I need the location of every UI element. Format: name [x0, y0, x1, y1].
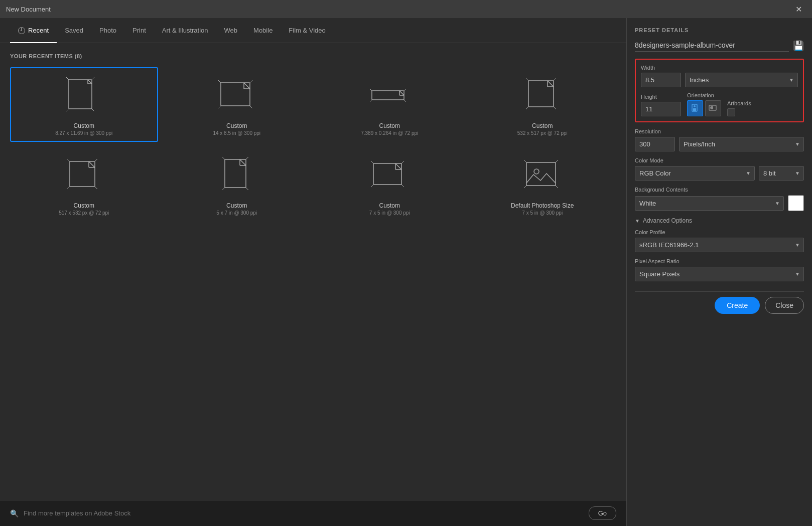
- tab-film-label: Film & Video: [289, 27, 325, 34]
- close-button[interactable]: Close: [765, 297, 804, 314]
- color-mode-row: RGB Color CMYK Color Grayscale ▼ 8 bit 1…: [635, 166, 804, 181]
- portrait-icon: [691, 104, 700, 113]
- unit-select[interactable]: Inches Pixels Centimeters Millimeters: [685, 73, 798, 87]
- preset-icon-3: [520, 73, 565, 118]
- preset-name-input[interactable]: [635, 39, 789, 52]
- window-close-button[interactable]: ✕: [791, 3, 806, 16]
- bg-contents-field: Background Contents White Background Col…: [635, 187, 804, 211]
- tab-recent[interactable]: Recent: [10, 18, 57, 43]
- color-profile-field: Color Profile sRGB IEC61966-2.1 Adobe RG…: [635, 229, 804, 252]
- preset-icon-5: [214, 153, 259, 198]
- tab-art-label: Art & Illustration: [162, 27, 208, 34]
- svg-line-9: [218, 80, 221, 83]
- preset-item[interactable]: Custom 8.27 x 11.69 in @ 300 ppi: [10, 67, 158, 142]
- preset-name-4: Custom: [74, 202, 94, 209]
- svg-line-26: [554, 78, 556, 81]
- tab-photo-label: Photo: [99, 27, 116, 34]
- preset-size-5: 5 x 7 in @ 300 ppi: [216, 210, 257, 216]
- svg-line-17: [370, 89, 372, 91]
- svg-line-53: [395, 163, 401, 169]
- advanced-options-toggle[interactable]: ▼ Advanced Options: [635, 217, 804, 224]
- save-preset-icon[interactable]: 💾: [793, 40, 804, 51]
- tab-print-label: Print: [132, 27, 146, 34]
- svg-line-33: [67, 159, 70, 161]
- bit-depth-wrapper: 8 bit 16 bit 32 bit ▼: [759, 166, 804, 181]
- tab-art[interactable]: Art & Illustration: [154, 18, 216, 43]
- resolution-input[interactable]: [635, 137, 675, 151]
- preset-details-title: PRESET DETAILS: [635, 27, 804, 33]
- svg-line-3: [66, 109, 69, 111]
- color-mode-select[interactable]: RGB Color CMYK Color Grayscale: [635, 166, 755, 181]
- svg-line-36: [95, 187, 97, 189]
- preset-icon-6: [367, 153, 412, 198]
- svg-line-21: [399, 91, 404, 95]
- create-button[interactable]: Create: [715, 297, 760, 314]
- resolution-unit-select[interactable]: Pixels/Inch Pixels/Centimeter: [679, 137, 804, 151]
- preset-item[interactable]: Custom 532 x 517 px @ 72 ppi: [469, 67, 617, 142]
- tab-saved[interactable]: Saved: [57, 18, 91, 43]
- height-group: Height: [641, 94, 681, 116]
- presets-grid: Custom 8.27 x 11.69 in @ 300 ppi: [10, 67, 616, 222]
- svg-line-11: [218, 106, 221, 108]
- bg-contents-label: Background Contents: [635, 187, 804, 193]
- svg-rect-8: [221, 83, 250, 106]
- tab-saved-label: Saved: [65, 27, 83, 34]
- tab-web[interactable]: Web: [216, 18, 246, 43]
- tab-photo[interactable]: Photo: [91, 18, 124, 43]
- tab-mobile[interactable]: Mobile: [245, 18, 281, 43]
- width-input[interactable]: [641, 73, 681, 87]
- bg-contents-wrapper: White Background Color Transparent Custo…: [635, 196, 784, 211]
- color-swatch[interactable]: [788, 195, 804, 211]
- artboards-checkbox[interactable]: [727, 108, 735, 116]
- pixel-aspect-select[interactable]: Square Pixels D1/DV NTSC (0.91) D1/DV PA…: [635, 267, 804, 281]
- go-button[interactable]: Go: [589, 506, 616, 520]
- svg-line-44: [246, 188, 248, 190]
- unit-group: Inches Pixels Centimeters Millimeters ▼: [685, 71, 798, 87]
- preset-item[interactable]: Custom 7.389 x 0.264 in @ 72 ppi: [316, 67, 464, 142]
- preset-item[interactable]: Default Photoshop Size 7 x 5 in @ 300 pp…: [469, 147, 617, 222]
- svg-line-52: [401, 185, 404, 187]
- chevron-down-icon: ▼: [635, 218, 640, 224]
- height-input[interactable]: [641, 102, 681, 116]
- search-input[interactable]: [24, 509, 584, 517]
- bit-depth-select[interactable]: 8 bit 16 bit 32 bit: [759, 166, 804, 181]
- tab-film[interactable]: Film & Video: [281, 18, 333, 43]
- bg-contents-row: White Background Color Transparent Custo…: [635, 195, 804, 211]
- bg-contents-select[interactable]: White Background Color Transparent Custo…: [635, 196, 784, 211]
- pixel-aspect-wrapper: Square Pixels D1/DV NTSC (0.91) D1/DV PA…: [635, 267, 804, 281]
- bottom-buttons: Create Close: [635, 291, 804, 314]
- preset-item[interactable]: Custom 14 x 8.5 in @ 300 ppi: [163, 67, 311, 142]
- advanced-options-label: Advanced Options: [643, 217, 692, 224]
- svg-line-58: [556, 160, 558, 162]
- height-orient-row: Height Orientation: [641, 92, 798, 116]
- tab-mobile-label: Mobile: [253, 27, 273, 34]
- preset-item[interactable]: Custom 517 x 532 px @ 72 ppi: [10, 147, 158, 222]
- preset-name-6: Custom: [379, 202, 400, 209]
- svg-line-50: [401, 161, 404, 163]
- orientation-buttons: [687, 100, 721, 116]
- color-mode-label: Color Mode: [635, 157, 804, 163]
- artboards-label: Artboards: [727, 100, 751, 106]
- preset-icon-2: [367, 73, 412, 118]
- svg-line-35: [67, 187, 70, 189]
- svg-rect-32: [70, 161, 95, 187]
- svg-line-34: [95, 159, 97, 161]
- svg-line-41: [222, 157, 225, 159]
- svg-line-20: [404, 100, 406, 102]
- left-panel: Recent Saved Photo Print Art & Illustrat…: [0, 18, 626, 526]
- preset-item[interactable]: Custom 7 x 5 in @ 300 ppi: [316, 147, 464, 222]
- unit-select-wrapper: Inches Pixels Centimeters Millimeters ▼: [685, 73, 798, 87]
- landscape-button[interactable]: [705, 100, 721, 116]
- right-panel: PRESET DETAILS 💾 Width: [626, 18, 812, 526]
- height-label: Height: [641, 94, 681, 100]
- svg-line-27: [526, 107, 528, 109]
- content-area: YOUR RECENT ITEMS (8): [0, 43, 626, 500]
- preset-icon-7: [520, 153, 565, 198]
- width-label: Width: [641, 65, 681, 71]
- portrait-button[interactable]: [687, 100, 703, 116]
- svg-line-51: [371, 185, 373, 187]
- tab-print[interactable]: Print: [124, 18, 154, 43]
- preset-item[interactable]: Custom 5 x 7 in @ 300 ppi: [163, 147, 311, 222]
- resolution-unit-wrapper: Pixels/Inch Pixels/Centimeter ▼: [679, 137, 804, 151]
- color-profile-select[interactable]: sRGB IEC61966-2.1 Adobe RGB (1998) ProPh…: [635, 238, 804, 252]
